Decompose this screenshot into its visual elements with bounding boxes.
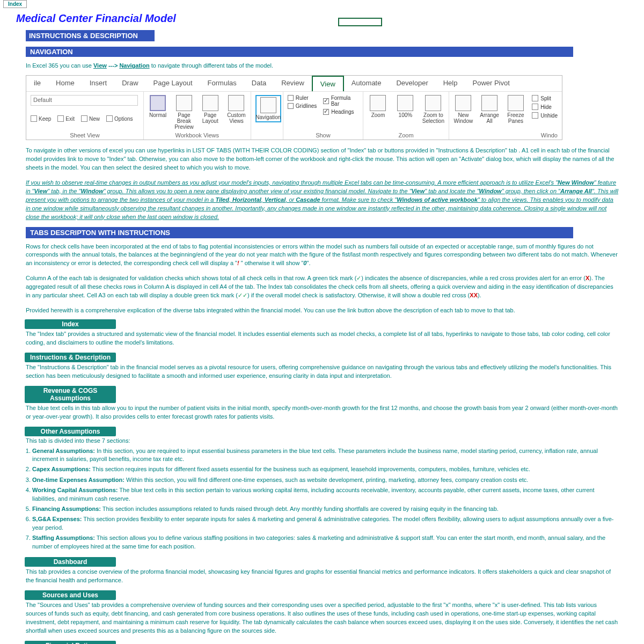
title-input-box[interactable] bbox=[338, 18, 382, 26]
navigation-hint: In Excel 365 you can use View ---> Navig… bbox=[0, 60, 644, 73]
freeze-panes-icon bbox=[508, 95, 524, 111]
custom-views-icon bbox=[228, 95, 244, 111]
sheet-tab-index[interactable]: Index bbox=[3, 0, 27, 8]
page-layout-icon bbox=[202, 95, 218, 111]
normal-view-icon bbox=[150, 95, 166, 111]
section-instructions-heading: INSTRUCTIONS & DESCRIPTION bbox=[26, 30, 155, 41]
other-assumptions-list: General Assumptions: In this section, yo… bbox=[0, 445, 644, 554]
link-revenue-cogs-button[interactable]: Revenue & COGS Assumptions bbox=[25, 386, 116, 403]
desc-revenue: The blue text cells in this tab allow yo… bbox=[0, 404, 644, 423]
list-item: Working Capital Assumptions: The blue te… bbox=[32, 485, 618, 504]
list-item: S,G&A Expenses: This section provides fl… bbox=[32, 514, 618, 533]
zoom-icon bbox=[370, 95, 386, 111]
list-item: One-time Expenses Assumption: Within thi… bbox=[32, 475, 618, 485]
desc-sources-uses: The "Sources and Uses" tab provides a co… bbox=[0, 601, 644, 638]
zoom-100-icon bbox=[397, 95, 413, 111]
list-item: Staffing Assumptions: This section allow… bbox=[32, 533, 618, 552]
link-sources-uses-button[interactable]: Sources and Uses bbox=[25, 590, 116, 600]
provided-link-paragraph: Provided herewith is a comprehensive exp… bbox=[0, 305, 644, 316]
ribbon-menu-row: ileHomeInsertDrawPage LayoutFormulasData… bbox=[26, 76, 562, 92]
arrange-all-icon bbox=[481, 95, 497, 111]
sheet-view-dropdown: Default bbox=[31, 95, 138, 106]
new-window-icon bbox=[455, 95, 471, 111]
excel-ribbon-screenshot: ileHomeInsertDrawPage LayoutFormulasData… bbox=[26, 75, 562, 140]
section-navigation-heading: NAVIGATION bbox=[26, 47, 573, 57]
link-index-button[interactable]: Index bbox=[25, 319, 116, 329]
desc-instructions: The "Instructions & Description" tab in … bbox=[0, 363, 644, 383]
list-item: Capex Assumptions: This section requires… bbox=[32, 464, 618, 474]
link-instructions-button[interactable]: Instructions & Description bbox=[25, 353, 116, 362]
navigation-icon bbox=[260, 97, 276, 113]
section-tabs-description-heading: TABS DESCRIPTON WITH INSTRUCTIONS bbox=[26, 227, 573, 238]
list-item: General Assumptions: In this section, yo… bbox=[32, 446, 618, 465]
link-dashboard-button[interactable]: Dashboard bbox=[25, 557, 116, 567]
desc-index: The "Index tab" provides a structured an… bbox=[0, 330, 644, 349]
navigation-paragraph: To navigate in other versions of excel y… bbox=[0, 145, 644, 173]
list-item: Financing Assumptions: This section incl… bbox=[32, 504, 618, 514]
zoom-selection-icon bbox=[425, 95, 441, 111]
check-rows-paragraph: Rows for check cells have been incorpora… bbox=[0, 241, 644, 269]
new-window-tip: If you wish to observe real-time changes… bbox=[0, 178, 644, 223]
desc-dashboard: This tab provides a concise overview of … bbox=[0, 568, 644, 587]
page-break-icon bbox=[176, 95, 192, 111]
link-financial-ratios-button[interactable]: Financial Ratios bbox=[25, 641, 116, 644]
other-intro: This tab is divided into these 7 section… bbox=[0, 437, 644, 445]
link-other-assumptions-button[interactable]: Other Assumptions bbox=[25, 427, 116, 436]
page-title: Medical Center Financial Model bbox=[0, 8, 644, 27]
column-a-paragraph: Column A of the each tab is designated f… bbox=[0, 273, 644, 301]
